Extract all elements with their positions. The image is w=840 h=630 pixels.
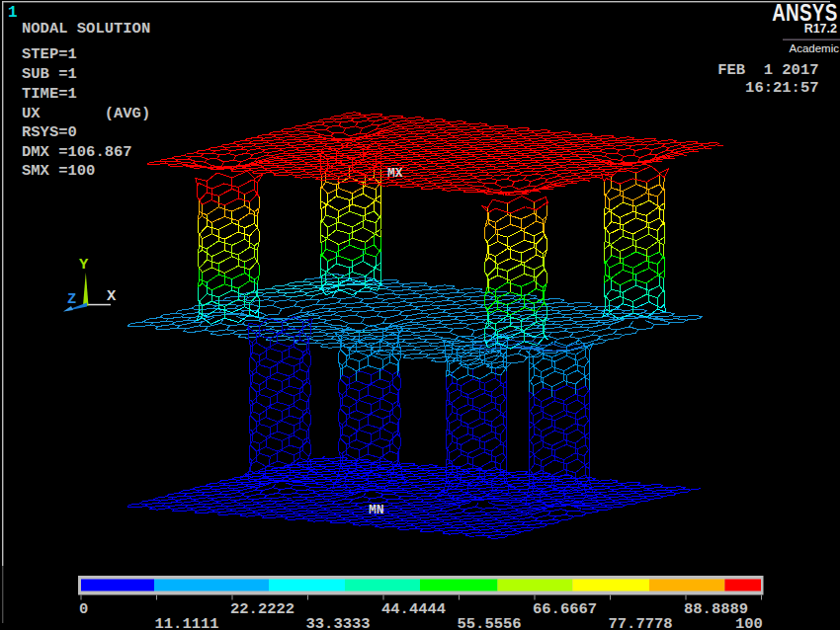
svg-text:X: X [107,287,117,305]
svg-text:NODAL SOLUTION: NODAL SOLUTION [22,20,150,38]
svg-text:UX (AVG): UX (AVG) [22,105,150,122]
svg-text:16:21:57: 16:21:57 [745,79,818,97]
svg-text:66.6667: 66.6667 [533,600,597,618]
svg-text:Y: Y [79,256,89,274]
svg-text:R17.2: R17.2 [804,22,837,36]
svg-text:100: 100 [735,615,763,630]
svg-text:Academic: Academic [790,42,840,54]
svg-text:FEB 1 2017: FEB 1 2017 [717,61,818,79]
svg-text:STEP=1: STEP=1 [22,45,77,63]
svg-text:MX: MX [387,166,403,181]
svg-text:1: 1 [8,4,18,22]
svg-text:77.7778: 77.7778 [609,615,673,630]
svg-text:Z: Z [67,290,76,308]
svg-text:33.3333: 33.3333 [306,615,371,630]
svg-text:55.5556: 55.5556 [458,615,522,630]
svg-text:SUB =1: SUB =1 [22,65,77,83]
svg-text:DMX =106.867: DMX =106.867 [22,143,132,161]
svg-text:22.2222: 22.2222 [230,600,294,618]
svg-text:MN: MN [369,503,384,517]
svg-text:SMX =100: SMX =100 [22,162,95,180]
svg-text:11.1111: 11.1111 [155,615,219,630]
svg-text:44.4444: 44.4444 [381,600,446,618]
svg-text:RSYS=0: RSYS=0 [22,123,77,141]
svg-text:0: 0 [79,600,88,618]
svg-text:TIME=1: TIME=1 [22,85,77,103]
